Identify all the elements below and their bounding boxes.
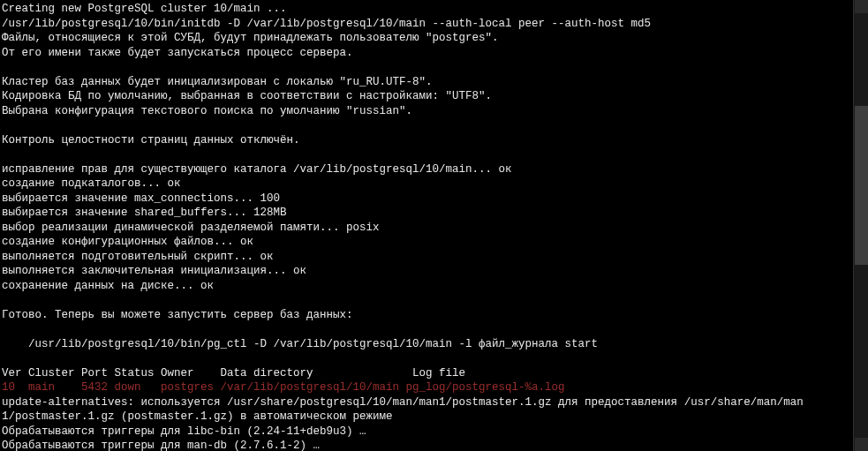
terminal-line: Ver Cluster Port Status Owner Data direc… — [2, 366, 868, 381]
terminal-line: Контроль целостности страниц данных откл… — [2, 133, 868, 148]
scroll-up-arrow[interactable] — [855, 0, 868, 13]
terminal-line: 10 main 5432 down postgres /var/lib/post… — [2, 380, 868, 395]
terminal-line: выполняется подготовительный скрипт... о… — [2, 250, 868, 265]
terminal-line: Готово. Теперь вы можете запустить серве… — [2, 308, 868, 323]
vertical-scrollbar[interactable] — [853, 0, 868, 451]
scroll-thumb[interactable] — [855, 106, 868, 265]
terminal-line — [2, 293, 868, 308]
terminal-line: /usr/lib/postgresql/10/bin/pg_ctl -D /va… — [2, 337, 868, 352]
terminal-line: /usr/lib/postgresql/10/bin/initdb -D /va… — [2, 17, 868, 32]
terminal-line: выполняется заключительная инициализация… — [2, 264, 868, 279]
terminal-line: Кластер баз данных будет инициализирован… — [2, 75, 868, 90]
terminal-line: выбирается значение shared_buffers... 12… — [2, 206, 868, 221]
terminal-line: От его имени также будет запускаться про… — [2, 46, 868, 61]
terminal-line: Creating new PostgreSQL cluster 10/main … — [2, 2, 868, 17]
terminal-line — [2, 147, 868, 162]
terminal-line: update-alternatives: используется /usr/s… — [2, 395, 868, 410]
terminal-output: Creating new PostgreSQL cluster 10/main … — [2, 2, 868, 451]
terminal-line: исправление прав для существующего катал… — [2, 162, 868, 177]
terminal-line: сохранение данных на диске... ок — [2, 279, 868, 294]
terminal-line: создание подкаталогов... ок — [2, 177, 868, 192]
terminal-line: создание конфигурационных файлов... ок — [2, 235, 868, 250]
terminal-line: Обрабатываются триггеры для libc-bin (2.… — [2, 425, 868, 440]
terminal-line — [2, 351, 868, 366]
terminal-line: выбор реализации динамической разделяемо… — [2, 221, 868, 236]
terminal-line: Выбрана конфигурация текстового поиска п… — [2, 104, 868, 119]
scroll-down-arrow[interactable] — [855, 438, 868, 451]
terminal-line — [2, 118, 868, 133]
terminal-line — [2, 60, 868, 75]
terminal-line: 1/postmaster.1.gz (postmaster.1.gz) в ав… — [2, 410, 868, 425]
terminal-line: Файлы, относящиеся к этой СУБД, будут пр… — [2, 31, 868, 46]
terminal-line: выбирается значение max_connections... 1… — [2, 192, 868, 207]
terminal-line — [2, 322, 868, 337]
terminal-line: Кодировка БД по умолчанию, выбранная в с… — [2, 89, 868, 104]
terminal-line: Обрабатываются триггеры для man-db (2.7.… — [2, 439, 868, 451]
